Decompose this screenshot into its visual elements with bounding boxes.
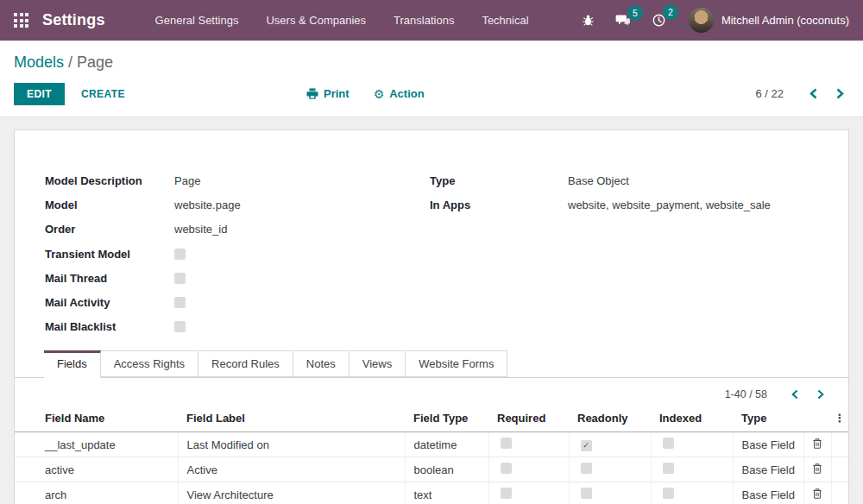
field-label: Model <box>45 198 174 211</box>
col-indexed[interactable]: Indexed <box>651 407 733 432</box>
cell-type[interactable]: Base Field <box>733 432 803 457</box>
indexed-checkbox[interactable] <box>663 488 674 499</box>
top-menu-item[interactable]: Technical <box>468 9 542 32</box>
cell-field-type[interactable]: datetime <box>405 432 488 457</box>
field-checkbox[interactable] <box>174 273 186 284</box>
action-menu-button[interactable]: ⚙ Action <box>374 87 425 100</box>
form-field-row: Model Description Page <box>45 168 430 192</box>
col-type[interactable]: Type <box>733 407 803 432</box>
cell-optional <box>831 482 848 504</box>
breadcrumb-parent[interactable]: Models <box>14 54 64 71</box>
trash-icon[interactable] <box>809 462 825 476</box>
form-group-right: Type Base Object In Apps website, websit… <box>430 168 818 339</box>
col-required[interactable]: Required <box>488 407 569 432</box>
cell-field-name[interactable]: active <box>15 457 178 482</box>
list-pager-value: 1-40 / 58 <box>725 388 767 400</box>
top-menu-item[interactable]: Users & Companies <box>252 9 380 32</box>
chevron-left-icon <box>809 88 817 99</box>
gear-icon: ⚙ <box>374 88 385 100</box>
top-menu-item[interactable]: General Settings <box>142 9 253 32</box>
debug-bug-icon[interactable] <box>575 9 602 32</box>
field-row[interactable]: arch View Architecture text Base Field <box>15 482 848 504</box>
field-row[interactable]: __last_update Last Modified on datetime … <box>15 432 848 457</box>
indexed-checkbox[interactable] <box>663 463 674 474</box>
notebook-tab[interactable]: Access Rights <box>101 350 198 377</box>
user-menu[interactable]: Mitchell Admin (coconuts) <box>689 8 849 33</box>
readonly-checkbox[interactable] <box>581 463 592 474</box>
col-readonly[interactable]: Readonly <box>569 407 651 432</box>
list-pager-next-button[interactable] <box>812 386 829 403</box>
activities-icon[interactable]: 2 <box>645 8 673 33</box>
cell-type[interactable]: Base Field <box>733 482 803 504</box>
list-pager: 1-40 / 58 <box>15 378 848 407</box>
readonly-checkbox[interactable] <box>581 440 592 451</box>
create-button[interactable]: CREATE <box>81 88 125 100</box>
form-field-row: In Apps website, website_payment, websit… <box>430 192 818 217</box>
app-title[interactable]: Settings <box>42 11 105 29</box>
field-label: Mail Blacklist <box>45 320 174 333</box>
pager-next-button[interactable] <box>831 85 849 103</box>
top-navbar: Settings General Settings Users & Compan… <box>0 0 863 41</box>
form-field-row: Type Base Object <box>430 168 818 192</box>
field-label: Model Description <box>45 174 174 187</box>
top-menu-item[interactable]: Translations <box>380 9 468 32</box>
print-menu-button[interactable]: Print <box>306 87 350 100</box>
activities-badge: 2 <box>663 4 678 20</box>
cell-type[interactable]: Base Field <box>733 457 803 482</box>
notebook-tab[interactable]: Fields <box>44 350 101 378</box>
field-checkbox[interactable] <box>174 249 186 260</box>
trash-icon[interactable] <box>809 487 825 501</box>
chevron-right-icon <box>817 389 824 400</box>
form-group-left: Model Description Page Model website.pag… <box>45 168 430 339</box>
pager-previous-button[interactable] <box>804 85 822 103</box>
messages-icon[interactable]: 5 <box>608 9 638 33</box>
form-field-row: Transient Model <box>45 242 430 266</box>
required-checkbox[interactable] <box>501 438 512 449</box>
field-value: website, website_payment, website_sale <box>568 198 771 211</box>
col-field-type[interactable]: Field Type <box>405 407 488 432</box>
field-value: Page <box>174 174 200 187</box>
cell-field-label[interactable]: Active <box>178 457 405 482</box>
notebook-tab[interactable]: Views <box>350 350 406 377</box>
trash-icon[interactable] <box>809 437 825 450</box>
field-checkbox[interactable] <box>174 297 186 308</box>
list-pager-previous-button[interactable] <box>786 386 803 403</box>
cell-field-label[interactable]: Last Modified on <box>178 432 405 457</box>
required-checkbox[interactable] <box>501 463 512 474</box>
cell-field-name[interactable]: arch <box>15 482 178 504</box>
notebook-tab[interactable]: Notes <box>293 350 350 377</box>
form-field-row: Order website_id <box>45 217 430 242</box>
apps-grid-icon[interactable] <box>14 13 28 28</box>
cell-field-name[interactable]: __last_update <box>15 432 178 457</box>
col-field-label[interactable]: Field Label <box>178 407 405 432</box>
cell-optional <box>831 432 848 457</box>
record-pager-value: 6 / 22 <box>755 87 784 100</box>
kebab-icon[interactable]: ⋮ <box>835 412 846 425</box>
field-label: Mail Thread <box>45 272 174 285</box>
breadcrumb: Models / Page <box>14 51 849 73</box>
cell-field-type[interactable]: boolean <box>405 457 488 482</box>
required-checkbox[interactable] <box>501 488 512 499</box>
form-field-row: Mail Blacklist <box>45 315 430 339</box>
list-header-row: Field Name Field Label Field Type Requir… <box>15 407 848 432</box>
field-label: Type <box>430 174 568 187</box>
notebook-tab[interactable]: Website Forms <box>406 350 507 377</box>
field-label: Order <box>45 223 174 236</box>
indexed-checkbox[interactable] <box>663 438 674 449</box>
col-field-name[interactable]: Field Name <box>15 407 178 432</box>
messages-badge: 5 <box>627 5 643 21</box>
readonly-checkbox[interactable] <box>581 488 592 499</box>
breadcrumb-current: Page <box>77 54 113 71</box>
cell-field-type[interactable]: text <box>405 482 488 504</box>
notebook-tab[interactable]: Record Rules <box>198 350 293 377</box>
cell-optional <box>831 457 848 482</box>
col-delete <box>803 407 831 432</box>
field-value: website.page <box>174 198 241 211</box>
top-menu: General Settings Users & Companies Trans… <box>142 9 543 32</box>
form-field-row: Mail Thread <box>45 266 430 290</box>
edit-button[interactable]: EDIT <box>14 83 65 105</box>
field-checkbox[interactable] <box>174 321 186 332</box>
cell-field-label[interactable]: View Architecture <box>178 482 405 504</box>
field-label: Mail Activity <box>45 296 174 309</box>
field-row[interactable]: active Active boolean Base Field <box>15 457 848 482</box>
